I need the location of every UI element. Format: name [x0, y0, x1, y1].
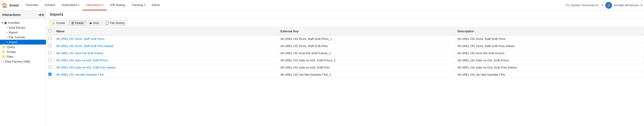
- row-checkbox-2[interactable]: [48, 51, 52, 54]
- table-row: 08 UREL OG Govt Rel SUB Events08 UREL OG…: [46, 50, 644, 57]
- leaf-label: File Transfer: [9, 36, 26, 39]
- row-checkbox-1[interactable]: [48, 44, 52, 47]
- row-name-link-3[interactable]: 08 UREL OG Indiv no AOL SUB PrAnn: [56, 58, 108, 62]
- leaf-label: Import: [9, 40, 17, 44]
- table-row: 08 UREL OG Jen Mel Daniella TXN08 UREL O…: [46, 71, 644, 78]
- row-checkbox-4[interactable]: [48, 66, 52, 68]
- nav-items: OverviewContentSubscribers ▾Interactions…: [22, 0, 566, 10]
- row-external-key-1: 08 UREL OG DUAL Staff SUB Pres: [278, 42, 455, 50]
- table-row: 08 UREL OG Indiv no AOL SUB Pres eNews08…: [46, 64, 644, 71]
- table-row: 08 UREL OG DUAL Staff SUB PAnn08 UREL OG…: [46, 35, 644, 42]
- sidebar-item-import[interactable]: •Import: [0, 40, 46, 44]
- sidebar-item-file-transfer[interactable]: •File Transfer: [0, 35, 46, 40]
- nav-right: CU System University R… ▾ J Jennifer Mor…: [566, 2, 642, 9]
- sidebar-item-scripts[interactable]: 📁Scripts: [0, 50, 46, 54]
- main-layout: Interactions ◀◀ ▾▣Activities•Data Extrac…: [0, 10, 644, 126]
- sidebar-item-filter[interactable]: 📁Filter: [0, 54, 46, 59]
- delete-icon: 🗑: [71, 21, 74, 25]
- file-history-button[interactable]: 📋 File History: [103, 20, 128, 26]
- create-label: Create: [56, 21, 65, 25]
- group-label: Activities: [8, 21, 20, 24]
- row-external-key-0: 08 UREL OG DUAL Staff SUB PAnn_1: [278, 35, 455, 42]
- group-icon: ▣: [4, 21, 7, 24]
- row-name-link-2[interactable]: 08 UREL OG Govt Rel SUB Events: [56, 52, 104, 55]
- folder-label: Scripts: [7, 50, 16, 54]
- row-name-link-4[interactable]: 08 UREL OG Indiv no AOL SUB Pres eNews: [56, 66, 116, 69]
- leaf-label: Data Extract: [9, 26, 26, 29]
- imports-table: Name External Key Description 08 UREL OG…: [46, 28, 644, 78]
- bullet-icon: •: [6, 40, 8, 44]
- nav-item-content[interactable]: Content: [41, 0, 58, 10]
- col-name-header: Name: [54, 28, 278, 35]
- bullet-icon: •: [3, 60, 4, 63]
- file-history-icon: 📋: [105, 21, 109, 25]
- folder-label: Query: [7, 45, 15, 49]
- create-icon: ⭐: [52, 21, 55, 25]
- nav-item-overview[interactable]: Overview: [22, 0, 41, 10]
- nav-item-subscribers[interactable]: Subscribers ▾: [58, 0, 83, 10]
- org-selector[interactable]: CU System University R… ▾: [566, 4, 603, 7]
- table-row: 08 UREL OG Indiv no AOL SUB PrAnn08 UREL…: [46, 57, 644, 64]
- folder-label: Filter: [7, 55, 14, 58]
- nav-item-subscribers-caret-icon: ▾: [78, 4, 80, 6]
- nav-item-admin[interactable]: Admin: [148, 0, 164, 10]
- user-menu[interactable]: J Jennifer Mortensen ▾: [605, 2, 642, 9]
- row-external-key-5: 08 UREL OG Jen Mel Daniella TXN_1: [278, 71, 455, 78]
- user-caret-icon: ▾: [640, 4, 642, 7]
- nav-item-tracking-caret-icon: ▾: [144, 4, 145, 6]
- sidebar-item-activities-group[interactable]: ▾▣Activities: [0, 20, 46, 25]
- nav-item-interactions-caret-icon: ▾: [102, 4, 104, 6]
- select-all-checkbox[interactable]: [48, 29, 52, 32]
- sidebar-title: Interactions: [2, 13, 20, 16]
- start-button[interactable]: ▶ Start: [87, 20, 102, 26]
- col-description-header: Description: [455, 28, 644, 35]
- folder-icon: 📁: [2, 55, 6, 58]
- row-description-5: 08 UREL OG Jen Mel Daniella TXN: [455, 71, 644, 78]
- sidebar-tree: ▾▣Activities•Data Extract•Report•File Tr…: [0, 19, 46, 126]
- top-nav: 🏠 Email OverviewContentSubscribers ▾Inte…: [0, 0, 644, 10]
- nav-item-interactions[interactable]: Interactions ▾: [83, 0, 107, 10]
- row-checkbox-0[interactable]: [48, 37, 52, 40]
- row-name-link-5[interactable]: 08 UREL OG Jen Mel Daniella TXN: [56, 73, 104, 76]
- app-logo[interactable]: 🏠: [2, 2, 8, 8]
- bullet-icon: •: [6, 31, 8, 34]
- org-label: CU System University R…: [566, 4, 600, 7]
- folder-icon: 📁: [2, 45, 6, 49]
- sidebar-item-report[interactable]: •Report: [0, 30, 46, 35]
- nav-item-ab-testing[interactable]: A/B Testing: [107, 0, 128, 10]
- row-name-link-0[interactable]: 08 UREL OG DUAL Staff SUB PAnn: [56, 37, 104, 40]
- delete-button[interactable]: 🗑 Delete: [68, 20, 86, 26]
- bullet-icon: •: [6, 36, 8, 39]
- col-checkbox: [46, 28, 54, 35]
- content-header: Imports: [46, 10, 644, 19]
- avatar: J: [605, 2, 612, 9]
- table-wrapper: Name External Key Description 08 UREL OG…: [46, 28, 644, 126]
- sidebar-collapse-button[interactable]: ◀◀: [38, 12, 44, 17]
- row-name-link-1[interactable]: 08 UREL OG DUAL Staff SUB Pres eNews: [56, 44, 114, 48]
- row-description-0: 08 UREL OG DUAL Staff SUB PAnn: [455, 35, 644, 42]
- create-button[interactable]: ⭐ Create: [49, 20, 68, 26]
- delete-label: Delete: [75, 21, 84, 25]
- row-description-2: 08 UREL OG Govt Rel SUB Events: [455, 50, 644, 57]
- row-external-key-3: 08 UREL OG Indiv no AOL SUB PrAnn_1: [278, 57, 455, 64]
- col-external-key-header: External Key: [278, 28, 455, 35]
- toolbar: ⭐ Create 🗑 Delete ▶ Start 📋 File History: [46, 19, 644, 28]
- file-history-label: File History: [110, 21, 125, 25]
- table-body: 08 UREL OG DUAL Staff SUB PAnn08 UREL OG…: [46, 35, 644, 78]
- user-name: Jennifer Mortensen: [614, 4, 639, 7]
- sidebar-item-data-factory[interactable]: •Data Factory Utility: [0, 59, 46, 64]
- nav-item-tracking[interactable]: Tracking ▾: [128, 0, 148, 10]
- app-title: Email: [10, 3, 19, 7]
- row-checkbox-5[interactable]: [48, 73, 52, 76]
- sidebar-header: Interactions ◀◀: [0, 10, 46, 19]
- row-checkbox-3[interactable]: [48, 58, 52, 62]
- row-external-key-2: 08 UREL OG Govt Rel SUB Events_1: [278, 50, 455, 57]
- row-description-3: 08 UREL OG Indiv no AOL SUB PrAnn: [455, 57, 644, 64]
- leaf-label: Report: [9, 31, 18, 34]
- bullet-icon: •: [6, 26, 8, 29]
- sidebar-item-data-extract[interactable]: •Data Extract: [0, 25, 46, 30]
- sidebar-item-query[interactable]: 📁Query: [0, 44, 46, 50]
- row-external-key-4: 08 UREL OG Indiv no AOL SUB Pres: [278, 64, 455, 71]
- table-row: 08 UREL OG DUAL Staff SUB Pres eNews08 U…: [46, 42, 644, 50]
- content-area: Imports ⭐ Create 🗑 Delete ▶ Start 📋 File…: [46, 10, 644, 126]
